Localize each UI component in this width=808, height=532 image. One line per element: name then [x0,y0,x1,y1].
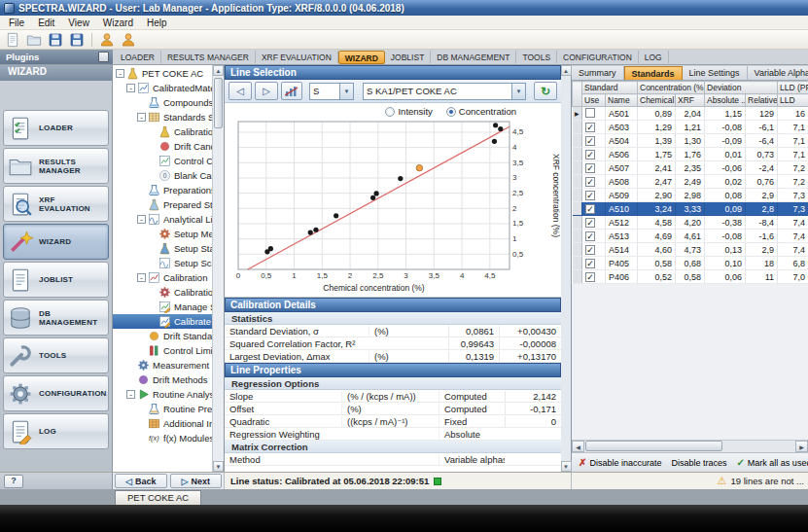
column-chemical[interactable]: Chemical [638,94,676,107]
column-xrf[interactable]: XRF [676,94,705,107]
save-all-icon[interactable] [67,31,87,49]
use-checkbox[interactable]: ✓ [585,150,595,160]
tab-log[interactable]: LOG [639,51,669,63]
tab-configuration[interactable]: CONFIGURATION [557,51,639,63]
disable-traces-button[interactable]: Disable traces [667,458,730,468]
use-checkbox[interactable]: ✓ [585,231,595,241]
previous-line-button[interactable]: ◁ [228,82,252,100]
tree-item-preparations[interactable]: Preparations [113,183,212,197]
sidebar-item-joblist[interactable]: JOBLIST [3,262,109,298]
standard-row-a510[interactable]: ✓A5103,243,330,092,87,3 [573,202,808,216]
concentration-radio[interactable]: Concentration [446,106,516,117]
tree-scrollbar[interactable]: ▲ ▼ [212,65,224,472]
tree-item-drift-candidates[interactable]: Drift Candidates [113,139,212,154]
user-icon[interactable] [97,31,117,49]
tree-item-calibration[interactable]: -Calibration [113,270,212,285]
refresh-icon[interactable]: ↻ [534,82,557,100]
use-checkbox[interactable]: ✓ [585,191,595,200]
tree-item-compounds[interactable]: Compounds [113,95,212,110]
tree-expander-icon[interactable]: - [126,390,135,399]
tree-item-setup-method[interactable]: Setup Method [113,227,212,241]
scroll-down-icon[interactable]: ▼ [561,461,572,472]
tab-db-management[interactable]: DB MANAGEMENT [431,51,516,63]
tree-item-analytical-lines[interactable]: -Analytical Lines [113,212,212,227]
mark-all-as-used-button[interactable]: ✓Mark all as used [732,457,808,468]
standard-row-p405[interactable]: ✓P4050,580,680,10186,8 [573,257,808,270]
standard-row-a504[interactable]: ✓A5041,391,30-0,09-6,47,1 [573,134,808,148]
element-select[interactable]: S ▼ [309,83,354,100]
menu-file[interactable]: File [2,18,31,28]
tree-expander-icon[interactable]: - [126,84,135,92]
tab-results-manager[interactable]: RESULTS MANAGER [161,51,256,63]
menu-edit[interactable]: Edit [31,18,61,28]
tab-standards[interactable]: Standards [624,66,683,80]
menu-view[interactable]: View [61,18,96,28]
use-checkbox[interactable] [585,108,595,118]
scrollbar-thumb[interactable] [214,78,223,128]
chevron-down-icon[interactable]: ▼ [339,84,353,99]
use-checkbox[interactable]: ✓ [585,218,595,228]
standard-row-p406[interactable]: ✓P4060,520,580,06117,0 [573,270,808,284]
tree-item-manage-standa[interactable]: Manage Standa... [113,300,212,314]
standard-row-a507[interactable]: ✓A5072,412,35-0,06-2,47,2 [573,161,808,175]
use-checkbox[interactable]: ✓ [585,245,595,255]
tree-item-additional-inputs[interactable]: Additional Inputs [113,416,212,431]
sidebar-item-configuration[interactable]: CONFIGURATION [3,375,109,411]
tree-item-calibratedmaterial[interactable]: -CalibratedMaterial [113,81,212,95]
use-checkbox[interactable]: ✓ [585,272,595,282]
scroll-up-icon[interactable]: ▲ [213,65,224,76]
scrollbar-track[interactable] [584,441,795,452]
scroll-down-icon[interactable]: ▼ [213,461,224,472]
tree-item-routine-analysis[interactable]: -Routine Analysis [113,387,212,402]
tab-joblist[interactable]: JOBLIST [385,51,431,63]
tree-item-setup-standards[interactable]: Setup Standards [113,241,212,256]
document-tab[interactable]: PET COKE AC [115,490,201,505]
next-button[interactable]: ▷ Next [170,474,223,488]
standard-row-a509[interactable]: ✓A5092,902,980,082,97,3 [573,189,808,202]
menu-wizard[interactable]: Wizard [96,18,140,28]
sidebar-item-log[interactable]: LOG [3,413,109,449]
tree-item-f-x-modules[interactable]: f(x)f(x) Modules [113,431,212,445]
tab-loader[interactable]: LOADER [115,51,161,63]
tab-wizard[interactable]: WIZARD [338,51,385,64]
user-group-icon[interactable] [119,31,138,49]
standard-row-a506[interactable]: ✓A5061,751,760,010,737,1 [573,148,808,161]
save-icon[interactable] [46,31,65,49]
scroll-left-icon[interactable]: ◀ [572,441,584,452]
tree-item-routine-preparations[interactable]: Routine Preparations [113,402,212,416]
help-button[interactable]: ? [4,475,23,488]
line-select[interactable]: S KA1/PET COKE AC ▼ [363,83,526,100]
column-group-lld-ppm[interactable]: LLD (PPM) [778,82,808,94]
tree-item-calibration-stan[interactable]: Calibration Stan... [113,124,212,139]
sidebar-item-wizard[interactable]: WIZARD [3,224,109,260]
menu-help[interactable]: Help [140,18,174,28]
column-name[interactable]: Name [606,94,638,107]
standard-row-a508[interactable]: ✓A5082,472,490,020,767,2 [573,175,808,189]
tree-item-blank-candidates[interactable]: 0Blank Candidates [113,168,212,183]
tree-item-calibration-met[interactable]: Calibration Met... [113,285,212,300]
tree-expander-icon[interactable]: - [116,69,124,78]
tab-variable-alphas[interactable]: Variable Alphas [748,66,808,80]
use-checkbox[interactable]: ✓ [585,136,595,146]
new-document-icon[interactable] [3,31,22,49]
use-checkbox[interactable]: ✓ [585,163,595,173]
tree-expander-icon[interactable]: - [137,215,146,224]
standard-row-a503[interactable]: ✓A5031,291,21-0,08-6,17,1 [573,121,808,134]
intensity-radio[interactable]: Intensity [385,106,432,117]
scrollbar-thumb[interactable] [585,441,722,451]
use-checkbox[interactable]: ✓ [585,259,595,268]
scroll-right-icon[interactable]: ▶ [795,441,808,452]
sidebar-item-loader[interactable]: LOADER [3,110,109,146]
tab-tools[interactable]: TOOLS [516,51,557,63]
chevron-down-icon[interactable]: ▼ [511,84,525,99]
sidebar-item-db-management[interactable]: DB MANAGEMENT [3,300,109,336]
table-hscrollbar[interactable]: ◀ ▶ [572,440,808,452]
column-lld[interactable]: LLD [778,94,808,107]
standard-row-a514[interactable]: ✓A5144,604,730,132,97,4 [573,243,808,257]
sidebar-item-xrf-evaluation[interactable]: XRF EVALUATION [3,186,109,222]
column-absolute[interactable]: Absolute ... [705,94,746,107]
tree-item-drift-standards[interactable]: Drift Standards [113,329,212,343]
standard-row-a501[interactable]: ▶A5010,892,041,1512916 [573,107,808,121]
use-checkbox[interactable]: ✓ [585,177,595,187]
tab-line-settings[interactable]: Line Settings [683,66,748,80]
